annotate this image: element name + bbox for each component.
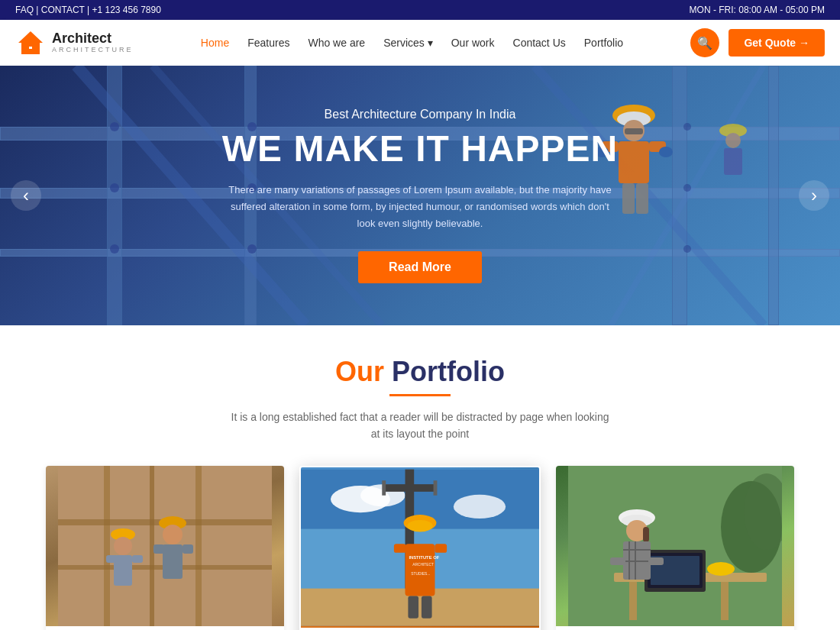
logo-text: Architect ARCHITECTURE	[52, 31, 134, 54]
svg-rect-39	[132, 555, 143, 563]
svg-rect-44	[183, 544, 193, 554]
hero-description: There are many variations of passages of…	[221, 182, 619, 232]
svg-rect-32	[195, 466, 202, 626]
svg-point-8	[110, 244, 119, 254]
portfolio-grid: INSTITUTE OF ARCHITECT STUDIES... High T…	[15, 466, 825, 630]
svg-point-27	[725, 133, 741, 148]
svg-rect-38	[106, 555, 117, 563]
portfolio-card-3	[556, 466, 794, 630]
svg-rect-62	[435, 544, 447, 553]
nav-services[interactable]: Services ▾	[383, 37, 433, 49]
nav-features[interactable]: Features	[247, 37, 289, 49]
logo-icon	[15, 27, 46, 58]
top-bar: FAQ | CONTACT | +1 123 456 7890 MON - FR…	[0, 0, 840, 20]
svg-point-36	[114, 537, 132, 555]
svg-point-23	[659, 147, 673, 157]
nav-our-work[interactable]: Our work	[451, 37, 495, 49]
portfolio-image-2: INSTITUTE OF ARCHITECT STUDIES...	[301, 467, 539, 628]
svg-rect-70	[629, 582, 637, 620]
svg-rect-30	[104, 466, 110, 626]
search-icon: 🔍	[697, 36, 712, 50]
portfolio-card-2: INSTITUTE OF ARCHITECT STUDIES... High T…	[299, 466, 541, 630]
svg-text:STUDIES...: STUDIES...	[411, 572, 430, 576]
nav-right: 🔍 Get Quote →	[690, 28, 825, 57]
portfolio-image-3	[556, 466, 794, 626]
svg-rect-53	[434, 480, 438, 496]
portfolio-title-dark: Portfolio	[392, 356, 505, 387]
svg-point-6	[110, 122, 119, 131]
nav-contact-us[interactable]: Contact Us	[513, 37, 566, 49]
svg-point-49	[454, 495, 506, 519]
svg-point-12	[683, 123, 691, 131]
logo-tagline: ARCHITECTURE	[52, 47, 134, 54]
portfolio-title: Our Portfolio	[15, 356, 825, 388]
top-bar-left: FAQ | CONTACT | +1 123 456 7890	[15, 5, 161, 15]
svg-rect-51	[383, 484, 436, 492]
logo-name: Architect	[52, 31, 134, 47]
get-quote-button[interactable]: Get Quote →	[729, 29, 825, 57]
svg-text:ARCHITECT: ARCHITECT	[412, 563, 434, 567]
hero-background: Best Architecture Company In India WE MA…	[0, 66, 840, 325]
nav-services-label: Services	[383, 37, 425, 49]
portfolio-description: It is a long established fact that a rea…	[229, 409, 611, 443]
svg-rect-64	[422, 596, 432, 618]
right-worker-svg	[568, 466, 782, 626]
hero-subtitle: Best Architecture Company In India	[221, 108, 619, 121]
center-worker-svg: INSTITUTE OF ARCHITECT STUDIES...	[301, 467, 539, 628]
svg-rect-28	[724, 148, 742, 175]
svg-rect-61	[394, 544, 406, 553]
title-underline	[389, 394, 451, 396]
search-button[interactable]: 🔍	[690, 28, 719, 57]
svg-text:INSTITUTE OF: INSTITUTE OF	[409, 554, 439, 559]
hero-content: Best Architecture Company In India WE MA…	[191, 108, 649, 283]
svg-rect-52	[382, 480, 386, 496]
logo: Architect ARCHITECTURE	[15, 27, 134, 58]
svg-point-13	[683, 184, 691, 192]
nav-home[interactable]: Home	[201, 37, 229, 49]
portfolio-card-1	[46, 466, 284, 630]
hero-slider: Best Architecture Company In India WE MA…	[0, 66, 840, 325]
svg-rect-1	[27, 49, 34, 54]
main-nav: Home Features Who we are Services ▾ Our …	[201, 37, 623, 49]
svg-point-41	[163, 525, 183, 544]
svg-point-7	[110, 183, 119, 192]
portfolio-section: Our Portfolio It is a long established f…	[0, 325, 840, 630]
hero-title: WE MAKE IT HAPPEN	[221, 129, 619, 170]
svg-rect-31	[150, 466, 154, 626]
portfolio-title-orange: Our	[335, 356, 384, 387]
read-more-button[interactable]: Read More	[358, 251, 482, 283]
slider-prev-button[interactable]: ‹	[11, 180, 41, 211]
svg-point-56	[407, 520, 432, 532]
svg-rect-71	[721, 582, 729, 620]
header: Architect ARCHITECTURE Home Features Who…	[0, 20, 840, 66]
portfolio-image-1	[46, 466, 284, 626]
svg-point-86	[707, 562, 735, 576]
slider-next-button[interactable]: ›	[799, 180, 829, 211]
construction-workers-svg	[58, 466, 272, 626]
svg-rect-43	[153, 544, 164, 554]
svg-rect-84	[610, 557, 625, 565]
svg-rect-57	[405, 544, 435, 596]
nav-portfolio[interactable]: Portfolio	[584, 37, 623, 49]
top-bar-right: MON - FRI: 08:00 AM - 05:00 PM	[690, 5, 825, 15]
nav-who-we-are[interactable]: Who we are	[308, 37, 365, 49]
svg-rect-63	[408, 596, 418, 618]
chevron-down-icon: ▾	[428, 37, 433, 49]
svg-point-14	[683, 245, 691, 253]
svg-rect-85	[648, 557, 664, 565]
svg-rect-78	[643, 527, 649, 542]
svg-rect-42	[163, 544, 183, 579]
